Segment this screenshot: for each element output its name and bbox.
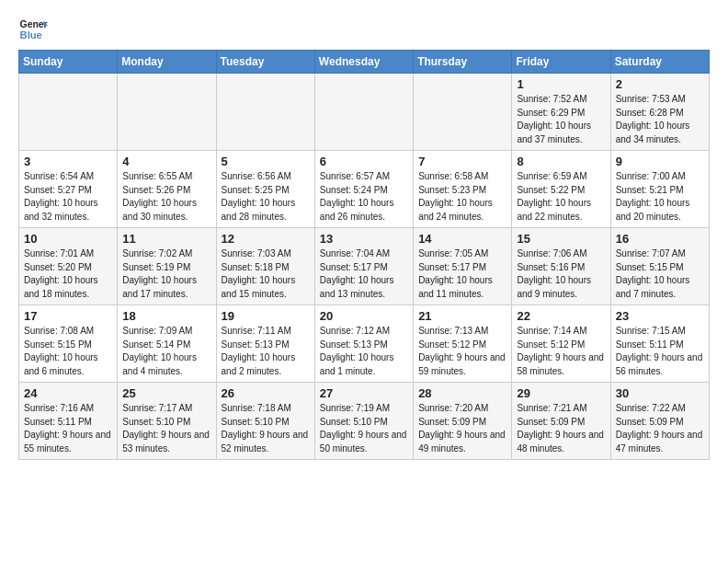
day-number: 23 [616, 309, 704, 323]
calendar-cell: 19Sunrise: 7:11 AM Sunset: 5:13 PM Dayli… [216, 305, 314, 383]
day-number: 4 [122, 155, 210, 168]
day-number: 11 [122, 232, 210, 246]
header: General Blue [18, 15, 710, 44]
calendar-cell: 26Sunrise: 7:18 AM Sunset: 5:10 PM Dayli… [216, 383, 314, 460]
day-info: Sunrise: 7:06 AM Sunset: 5:16 PM Dayligh… [517, 247, 605, 301]
day-number: 27 [320, 386, 408, 400]
calendar-cell: 17Sunrise: 7:08 AM Sunset: 5:15 PM Dayli… [19, 305, 118, 383]
day-number: 25 [122, 386, 210, 400]
calendar-cell: 22Sunrise: 7:14 AM Sunset: 5:12 PM Dayli… [512, 305, 610, 383]
calendar-cell: 13Sunrise: 7:04 AM Sunset: 5:17 PM Dayli… [314, 228, 413, 305]
day-info: Sunrise: 7:09 AM Sunset: 5:14 PM Dayligh… [122, 325, 210, 378]
day-number: 24 [24, 386, 112, 400]
calendar-body: 1Sunrise: 7:52 AM Sunset: 6:29 PM Daylig… [19, 74, 710, 460]
day-info: Sunrise: 7:02 AM Sunset: 5:19 PM Dayligh… [122, 247, 210, 301]
day-number: 5 [222, 155, 310, 168]
weekday-header: Friday [512, 51, 610, 74]
day-number: 3 [24, 155, 112, 168]
calendar-cell: 25Sunrise: 7:17 AM Sunset: 5:10 PM Dayli… [118, 383, 216, 460]
calendar-header: SundayMondayTuesdayWednesdayThursdayFrid… [19, 51, 710, 74]
day-number: 22 [517, 309, 605, 323]
calendar-table: SundayMondayTuesdayWednesdayThursdayFrid… [18, 50, 710, 460]
weekday-header: Tuesday [216, 51, 314, 74]
day-info: Sunrise: 7:07 AM Sunset: 5:15 PM Dayligh… [616, 247, 704, 301]
calendar-cell: 24Sunrise: 7:16 AM Sunset: 5:11 PM Dayli… [19, 383, 118, 460]
day-number: 10 [24, 232, 112, 246]
day-number: 9 [616, 155, 704, 168]
day-info: Sunrise: 6:55 AM Sunset: 5:26 PM Dayligh… [122, 170, 210, 224]
day-info: Sunrise: 7:13 AM Sunset: 5:12 PM Dayligh… [418, 325, 506, 378]
logo: General Blue [18, 15, 48, 44]
day-info: Sunrise: 6:58 AM Sunset: 5:23 PM Dayligh… [418, 170, 506, 224]
calendar-cell: 30Sunrise: 7:22 AM Sunset: 5:09 PM Dayli… [610, 383, 709, 460]
day-number: 14 [418, 232, 506, 246]
day-info: Sunrise: 7:14 AM Sunset: 5:12 PM Dayligh… [517, 325, 605, 378]
day-info: Sunrise: 7:19 AM Sunset: 5:10 PM Dayligh… [320, 402, 408, 455]
day-info: Sunrise: 7:21 AM Sunset: 5:09 PM Dayligh… [517, 402, 605, 455]
calendar-cell: 2Sunrise: 7:53 AM Sunset: 6:28 PM Daylig… [610, 74, 709, 151]
day-number: 18 [122, 309, 210, 323]
day-info: Sunrise: 7:04 AM Sunset: 5:17 PM Dayligh… [320, 247, 408, 301]
calendar-cell: 12Sunrise: 7:03 AM Sunset: 5:18 PM Dayli… [216, 228, 314, 305]
calendar-cell: 3Sunrise: 6:54 AM Sunset: 5:27 PM Daylig… [19, 151, 118, 228]
calendar-cell: 14Sunrise: 7:05 AM Sunset: 5:17 PM Dayli… [414, 228, 512, 305]
calendar-week-row: 1Sunrise: 7:52 AM Sunset: 6:29 PM Daylig… [19, 74, 710, 151]
day-number: 20 [320, 309, 408, 323]
day-number: 7 [418, 155, 506, 168]
day-info: Sunrise: 6:56 AM Sunset: 5:25 PM Dayligh… [222, 170, 310, 224]
calendar-week-row: 10Sunrise: 7:01 AM Sunset: 5:20 PM Dayli… [19, 228, 710, 305]
day-info: Sunrise: 7:18 AM Sunset: 5:10 PM Dayligh… [222, 402, 310, 455]
calendar-cell: 6Sunrise: 6:57 AM Sunset: 5:24 PM Daylig… [314, 151, 413, 228]
day-info: Sunrise: 6:59 AM Sunset: 5:22 PM Dayligh… [517, 170, 605, 224]
svg-text:Blue: Blue [20, 29, 42, 40]
calendar-week-row: 17Sunrise: 7:08 AM Sunset: 5:15 PM Dayli… [19, 305, 710, 383]
day-info: Sunrise: 7:17 AM Sunset: 5:10 PM Dayligh… [122, 402, 210, 455]
day-number: 13 [320, 232, 408, 246]
weekday-header: Wednesday [314, 51, 413, 74]
logo-icon: General Blue [18, 15, 48, 44]
day-number: 30 [616, 386, 704, 400]
weekday-header: Thursday [414, 51, 512, 74]
day-number: 28 [418, 386, 506, 400]
calendar-cell: 15Sunrise: 7:06 AM Sunset: 5:16 PM Dayli… [512, 228, 610, 305]
day-number: 2 [616, 77, 704, 91]
day-info: Sunrise: 7:08 AM Sunset: 5:15 PM Dayligh… [24, 325, 112, 378]
day-number: 16 [616, 232, 704, 246]
day-info: Sunrise: 7:03 AM Sunset: 5:18 PM Dayligh… [222, 247, 310, 301]
day-number: 26 [222, 386, 310, 400]
weekday-header: Sunday [19, 51, 118, 74]
day-number: 12 [222, 232, 310, 246]
calendar-week-row: 24Sunrise: 7:16 AM Sunset: 5:11 PM Dayli… [19, 383, 710, 460]
day-info: Sunrise: 7:20 AM Sunset: 5:09 PM Dayligh… [418, 402, 506, 455]
day-info: Sunrise: 6:57 AM Sunset: 5:24 PM Dayligh… [320, 170, 408, 224]
day-info: Sunrise: 7:15 AM Sunset: 5:11 PM Dayligh… [616, 325, 704, 378]
calendar-cell: 11Sunrise: 7:02 AM Sunset: 5:19 PM Dayli… [118, 228, 216, 305]
day-info: Sunrise: 7:00 AM Sunset: 5:21 PM Dayligh… [616, 170, 704, 224]
calendar-cell: 1Sunrise: 7:52 AM Sunset: 6:29 PM Daylig… [512, 74, 610, 151]
calendar-cell: 29Sunrise: 7:21 AM Sunset: 5:09 PM Dayli… [512, 383, 610, 460]
calendar-cell [19, 74, 118, 151]
day-number: 8 [517, 155, 605, 168]
calendar-cell: 27Sunrise: 7:19 AM Sunset: 5:10 PM Dayli… [314, 383, 413, 460]
calendar-cell [314, 74, 413, 151]
calendar-week-row: 3Sunrise: 6:54 AM Sunset: 5:27 PM Daylig… [19, 151, 710, 228]
day-number: 21 [418, 309, 506, 323]
calendar-cell: 21Sunrise: 7:13 AM Sunset: 5:12 PM Dayli… [414, 305, 512, 383]
day-number: 15 [517, 232, 605, 246]
weekday-header: Monday [118, 51, 216, 74]
day-info: Sunrise: 6:54 AM Sunset: 5:27 PM Dayligh… [24, 170, 112, 224]
day-info: Sunrise: 7:53 AM Sunset: 6:28 PM Dayligh… [616, 93, 704, 146]
calendar-cell: 10Sunrise: 7:01 AM Sunset: 5:20 PM Dayli… [19, 228, 118, 305]
day-number: 29 [517, 386, 605, 400]
calendar-cell: 20Sunrise: 7:12 AM Sunset: 5:13 PM Dayli… [314, 305, 413, 383]
calendar-cell [118, 74, 216, 151]
calendar-cell: 16Sunrise: 7:07 AM Sunset: 5:15 PM Dayli… [610, 228, 709, 305]
day-info: Sunrise: 7:01 AM Sunset: 5:20 PM Dayligh… [24, 247, 112, 301]
calendar-cell: 7Sunrise: 6:58 AM Sunset: 5:23 PM Daylig… [414, 151, 512, 228]
calendar-cell: 8Sunrise: 6:59 AM Sunset: 5:22 PM Daylig… [512, 151, 610, 228]
calendar-cell: 18Sunrise: 7:09 AM Sunset: 5:14 PM Dayli… [118, 305, 216, 383]
day-info: Sunrise: 7:22 AM Sunset: 5:09 PM Dayligh… [616, 402, 704, 455]
day-info: Sunrise: 7:16 AM Sunset: 5:11 PM Dayligh… [24, 402, 112, 455]
day-number: 19 [222, 309, 310, 323]
day-info: Sunrise: 7:52 AM Sunset: 6:29 PM Dayligh… [517, 93, 605, 146]
